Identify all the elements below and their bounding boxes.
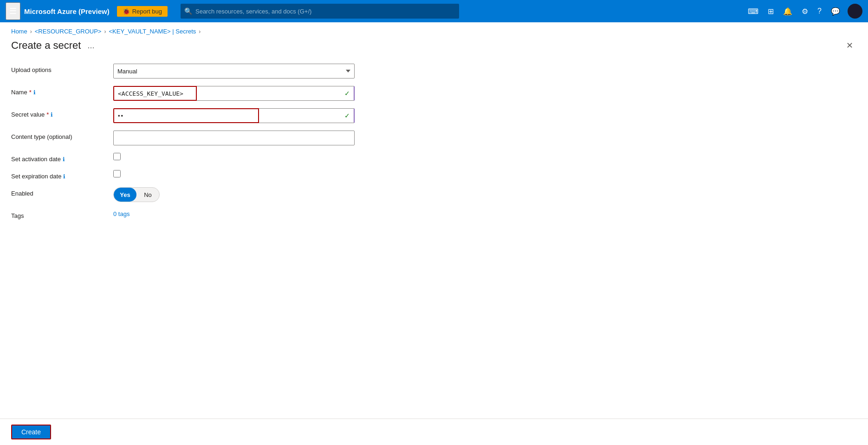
expiration-date-row: Set expiration date ℹ bbox=[11, 170, 857, 180]
secret-value-row: Secret value * ℹ ✓ bbox=[11, 108, 857, 123]
search-container: 🔍 bbox=[181, 4, 459, 19]
expiration-date-checkbox[interactable] bbox=[113, 170, 121, 177]
upload-options-row: Upload options Manual Certificate bbox=[11, 64, 857, 79]
hamburger-menu-button[interactable]: ☰ bbox=[6, 2, 20, 20]
name-label: Name * ℹ bbox=[11, 86, 113, 96]
ellipsis-button[interactable]: ... bbox=[85, 39, 96, 52]
content-type-control bbox=[113, 131, 355, 145]
upload-options-select[interactable]: Manual Certificate bbox=[113, 64, 355, 79]
expiration-date-info-icon[interactable]: ℹ bbox=[63, 173, 65, 180]
breadcrumb-separator-3: › bbox=[199, 28, 201, 35]
upload-options-label: Upload options bbox=[11, 64, 113, 73]
tags-label: Tags bbox=[11, 209, 113, 219]
breadcrumb-home[interactable]: Home bbox=[11, 28, 27, 35]
feedback-icon-button[interactable]: 💬 bbox=[827, 3, 844, 20]
name-field-container: ✓ bbox=[113, 86, 355, 101]
secret-value-label: Secret value * ℹ bbox=[11, 108, 113, 118]
secret-right-section: ✓ bbox=[259, 108, 355, 123]
name-required-star: * bbox=[29, 89, 32, 96]
activation-date-row: Set activation date ℹ bbox=[11, 153, 857, 163]
tags-link[interactable]: 0 tags bbox=[113, 210, 130, 217]
activation-date-checkbox[interactable] bbox=[113, 153, 121, 160]
secret-value-control: ✓ bbox=[113, 108, 355, 123]
notification-icon-button[interactable]: 🔔 bbox=[779, 3, 796, 20]
help-icon-button[interactable]: ? bbox=[814, 3, 825, 19]
name-right-section: ✓ bbox=[197, 86, 355, 101]
secret-info-icon[interactable]: ℹ bbox=[51, 111, 53, 118]
activation-date-label: Set activation date ℹ bbox=[11, 153, 113, 163]
close-button[interactable]: ✕ bbox=[842, 39, 857, 52]
nav-icons: ⌨ ⊞ 🔔 ⚙ ? 💬 bbox=[744, 3, 862, 20]
page-title: Create a secret bbox=[11, 39, 81, 52]
page-title-row: Create a secret ... bbox=[11, 39, 96, 52]
main-content: Home › <RESOURCE_GROUP> › <KEY_VAULT_NAM… bbox=[0, 22, 868, 445]
expiration-date-control bbox=[113, 170, 355, 179]
report-bug-button[interactable]: 🐞 Report bug bbox=[117, 6, 168, 17]
breadcrumb: Home › <RESOURCE_GROUP> › <KEY_VAULT_NAM… bbox=[0, 22, 868, 35]
secret-value-input[interactable] bbox=[113, 108, 259, 123]
breadcrumb-separator-2: › bbox=[104, 28, 106, 35]
breadcrumb-separator-1: › bbox=[30, 28, 32, 35]
enabled-yes-option[interactable]: Yes bbox=[114, 188, 136, 202]
search-input[interactable] bbox=[181, 4, 459, 19]
search-icon: 🔍 bbox=[184, 7, 192, 15]
report-bug-label: Report bug bbox=[132, 8, 162, 15]
enabled-label: Enabled bbox=[11, 187, 113, 197]
secret-field-container: ✓ bbox=[113, 108, 355, 123]
name-row: Name * ℹ ✓ bbox=[11, 86, 857, 101]
expiration-date-label: Set expiration date ℹ bbox=[11, 170, 113, 180]
content-type-input[interactable] bbox=[113, 131, 355, 145]
top-nav: ☰ Microsoft Azure (Preview) 🐞 Report bug… bbox=[0, 0, 868, 22]
tags-control: 0 tags bbox=[113, 209, 355, 218]
enabled-control: Yes No bbox=[113, 187, 355, 202]
page-header: Create a secret ... ✕ bbox=[0, 35, 868, 60]
name-info-icon[interactable]: ℹ bbox=[33, 89, 36, 96]
content-type-row: Content type (optional) bbox=[11, 131, 857, 145]
settings-icon-button[interactable]: ⚙ bbox=[798, 3, 812, 20]
secret-check-icon: ✓ bbox=[344, 112, 350, 119]
breadcrumb-key-vault[interactable]: <KEY_VAULT_NAME> | Secrets bbox=[109, 28, 196, 35]
activation-date-info-icon[interactable]: ℹ bbox=[63, 156, 65, 163]
create-button[interactable]: Create bbox=[11, 425, 51, 439]
name-input[interactable] bbox=[113, 86, 197, 101]
enabled-no-option[interactable]: No bbox=[136, 188, 159, 202]
footer-bar: Create bbox=[0, 419, 868, 445]
app-title: Microsoft Azure (Preview) bbox=[24, 7, 110, 15]
content-type-label: Content type (optional) bbox=[11, 131, 113, 140]
name-control: ✓ bbox=[113, 86, 355, 101]
directory-icon-button[interactable]: ⊞ bbox=[764, 3, 777, 20]
breadcrumb-resource-group[interactable]: <RESOURCE_GROUP> bbox=[35, 28, 102, 35]
cloud-shell-icon-button[interactable]: ⌨ bbox=[744, 3, 762, 20]
enabled-toggle[interactable]: Yes No bbox=[113, 187, 160, 202]
avatar[interactable] bbox=[848, 4, 862, 19]
form-container: Upload options Manual Certificate Name *… bbox=[0, 60, 868, 238]
bug-icon: 🐞 bbox=[123, 8, 130, 15]
secret-required-star: * bbox=[46, 111, 49, 118]
enabled-row: Enabled Yes No bbox=[11, 187, 857, 202]
activation-date-control bbox=[113, 153, 355, 162]
upload-options-control: Manual Certificate bbox=[113, 64, 355, 79]
tags-row: Tags 0 tags bbox=[11, 209, 857, 219]
name-check-icon: ✓ bbox=[344, 90, 350, 97]
